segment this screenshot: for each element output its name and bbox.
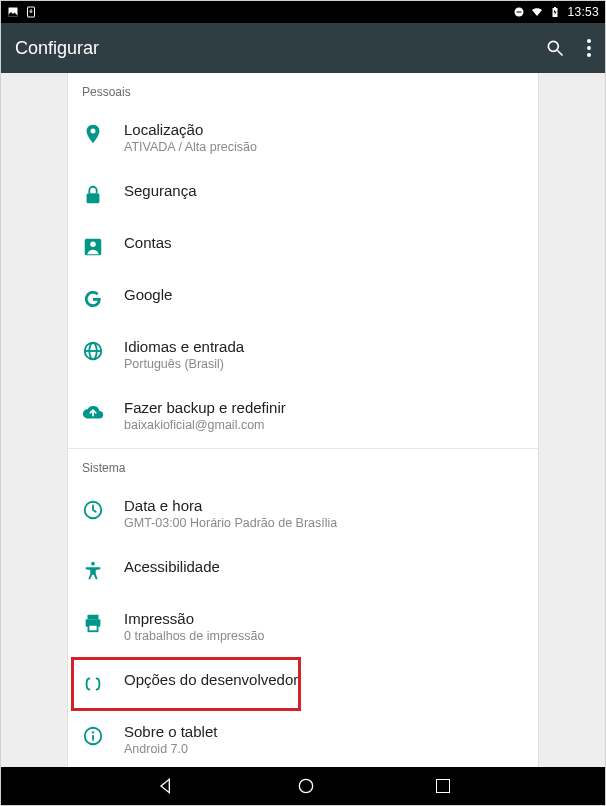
item-title: Data e hora [124,497,524,514]
item-title: Acessibilidade [124,558,524,575]
info-icon [82,725,104,747]
item-subtitle: ATIVADA / Alta precisão [124,140,524,154]
cloud-upload-icon [82,401,104,423]
search-icon[interactable] [545,38,565,58]
item-subtitle: Android 7.0 [124,742,524,756]
svg-point-10 [90,242,96,248]
wifi-icon [531,6,543,18]
location-icon [82,123,104,145]
settings-item-sobre[interactable]: Sobre o tablet Android 7.0 [68,709,538,767]
settings-item-impressao[interactable]: Impressão 0 trabalhos de impressão [68,596,538,657]
settings-item-backup[interactable]: Fazer backup e redefinir baixakioficial@… [68,385,538,446]
svg-rect-8 [87,193,100,203]
battery-charging-icon [549,6,561,18]
print-icon [82,612,104,634]
settings-item-idiomas[interactable]: Idiomas e entrada Português (Brasil) [68,324,538,385]
svg-point-22 [299,779,312,792]
svg-point-15 [91,562,95,566]
svg-rect-3 [517,12,522,13]
status-left [7,6,37,18]
status-time: 13:53 [567,5,599,19]
settings-panel: Pessoais Localização ATIVADA / Alta prec… [67,73,539,767]
item-subtitle: GMT-03:00 Horário Padrão de Brasília [124,516,524,530]
item-title: Google [124,286,524,303]
home-icon[interactable] [296,776,316,796]
globe-icon [82,340,104,362]
svg-point-20 [92,731,94,733]
item-title: Segurança [124,182,524,199]
svg-rect-16 [88,615,99,620]
image-icon [7,6,19,18]
account-icon [82,236,104,258]
google-icon [82,288,104,310]
page-title: Configurar [15,38,99,59]
back-icon[interactable] [156,776,176,796]
clock-icon [82,499,104,521]
item-subtitle: Português (Brasil) [124,357,524,371]
svg-rect-18 [88,625,97,631]
item-title: Idiomas e entrada [124,338,524,355]
status-bar: 13:53 [1,1,605,23]
svg-point-6 [548,41,558,51]
content-area: Pessoais Localização ATIVADA / Alta prec… [1,73,605,767]
settings-item-google[interactable]: Google [68,272,538,324]
settings-item-contas[interactable]: Contas [68,220,538,272]
item-title: Contas [124,234,524,251]
navigation-bar [1,767,605,805]
item-title: Opções do desenvolvedor [124,671,524,688]
settings-item-localizacao[interactable]: Localização ATIVADA / Alta precisão [68,107,538,168]
app-bar: Configurar [1,23,605,73]
item-title: Sobre o tablet [124,723,524,740]
overflow-menu-icon[interactable] [587,39,591,57]
section-header-sistema: Sistema [68,449,538,483]
recents-icon[interactable] [436,779,450,793]
item-subtitle: baixakioficial@gmail.com [124,418,524,432]
accessibility-icon [82,560,104,582]
developer-icon [82,673,104,695]
svg-rect-5 [554,7,556,9]
item-title: Fazer backup e redefinir [124,399,524,416]
settings-item-datahora[interactable]: Data e hora GMT-03:00 Horário Padrão de … [68,483,538,544]
item-title: Impressão [124,610,524,627]
status-right: 13:53 [513,5,599,19]
item-subtitle: 0 trabalhos de impressão [124,629,524,643]
settings-item-acessibilidade[interactable]: Acessibilidade [68,544,538,596]
settings-item-seguranca[interactable]: Segurança [68,168,538,220]
dnd-icon [513,6,525,18]
appbar-actions [545,38,591,58]
device-frame: 13:53 Configurar Pessoais Localização AT… [0,0,606,806]
svg-rect-21 [92,735,94,741]
settings-item-desenvolvedor[interactable]: Opções do desenvolvedor [68,657,538,709]
lock-icon [82,184,104,206]
svg-line-7 [558,51,563,56]
item-title: Localização [124,121,524,138]
download-icon [25,6,37,18]
section-header-pessoais: Pessoais [68,73,538,107]
